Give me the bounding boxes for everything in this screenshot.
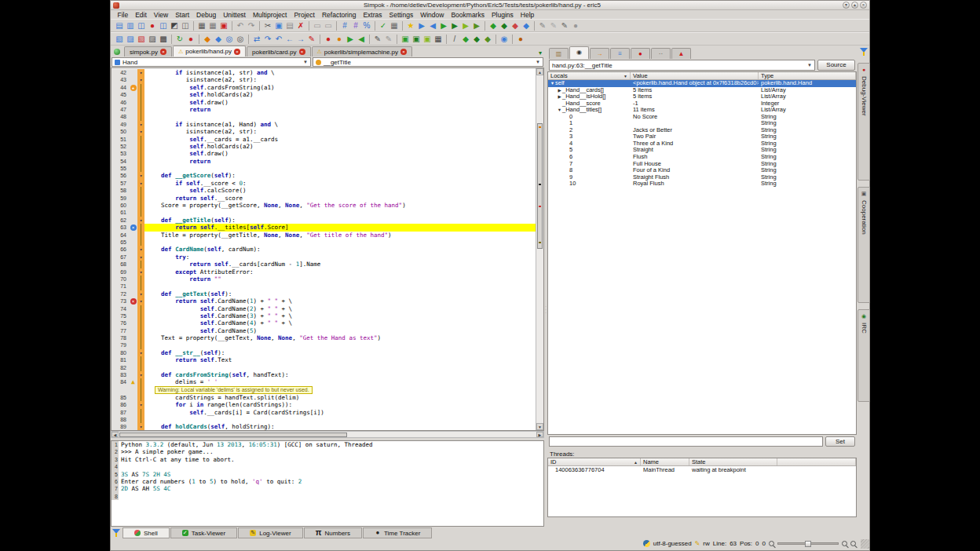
close-button[interactable]: × — [860, 2, 867, 9]
toolbar-edit-3-button[interactable]: ✎ — [559, 20, 570, 31]
code-line[interactable]: 80▾ def __str__(self): — [112, 349, 536, 356]
toolbar-bookmark-toggle-button[interactable]: ★ — [405, 20, 416, 31]
close-tab-icon[interactable]: × — [234, 49, 240, 55]
marker-margin[interactable]: ▲ — [129, 378, 137, 385]
code-line[interactable]: 51 self.__cards = a1.__cards — [112, 136, 536, 143]
code-line[interactable]: 84▲ delims = ' ' — [112, 378, 536, 385]
filter-funnel-icon[interactable] — [860, 47, 868, 57]
globals-viewer-tab[interactable]: → — [590, 48, 609, 59]
toolbar-delete-button[interactable]: ✗ — [295, 20, 306, 31]
menu-window[interactable]: Window — [417, 11, 448, 19]
column-header-name[interactable]: Name — [641, 458, 689, 465]
tab-pokerlib-card-py[interactable]: pokerlib/card.py× — [247, 46, 310, 57]
code-line[interactable]: 62▾ def __getTitle(self): — [112, 217, 536, 224]
code-line[interactable]: 60 Score = property(__getScore, None, No… — [112, 202, 536, 209]
menu-settings[interactable]: Settings — [386, 11, 417, 19]
locals-row[interactable]: 6FlushString — [548, 154, 856, 161]
marker-margin[interactable] — [129, 76, 137, 83]
marker-margin[interactable] — [129, 319, 137, 327]
fold-margin[interactable] — [137, 84, 144, 91]
fold-margin[interactable] — [137, 312, 144, 319]
code-line[interactable]: 50▾ isinstance(a2, str): — [112, 128, 536, 135]
marker-margin[interactable] — [129, 312, 137, 319]
set-button[interactable]: Set — [825, 436, 855, 447]
fold-margin[interactable]: ▾ — [137, 423, 144, 430]
marker-margin[interactable] — [129, 69, 137, 76]
code-line[interactable]: 63× return self.__titles[self.Score] — [112, 224, 536, 231]
code-line[interactable]: 56▾ def __getScore(self): — [112, 172, 536, 179]
toolbar-tools-3-button[interactable]: ▣ — [422, 34, 433, 45]
fold-margin[interactable] — [137, 158, 144, 165]
menu-plugins[interactable]: Plugins — [488, 11, 517, 19]
toolbar-bug-report-button[interactable]: ◆ — [460, 34, 471, 45]
toolbar-spell-button[interactable]: ▭ — [312, 20, 323, 31]
maximize-button[interactable]: ▴ — [851, 2, 858, 9]
toolbar-redo-button[interactable]: ↷ — [246, 20, 257, 31]
member-selector[interactable]: __getTitle ▼ — [313, 57, 543, 67]
code-line[interactable]: 81 return self.Text — [112, 356, 536, 363]
tab-list-button[interactable]: ▾ — [539, 49, 542, 57]
code-line[interactable]: 71 — [112, 283, 536, 290]
toolbar-run-to-line-button[interactable]: ✎ — [306, 34, 317, 45]
toolbar-run-project-button[interactable]: ▶ — [449, 20, 460, 31]
fold-margin[interactable] — [137, 378, 144, 385]
close-tab-icon[interactable]: × — [299, 49, 305, 55]
code-line[interactable]: 43▾ isinstance(a2, str): — [112, 76, 536, 83]
code-line[interactable]: 88 — [112, 416, 536, 423]
scrollbar-thumb[interactable] — [119, 432, 347, 437]
locals-row[interactable]: 4Three of a KindString — [548, 140, 856, 148]
shell-line[interactable]: 6Enter card numbers (1 to 5) to hold, 'q… — [112, 478, 543, 485]
shell-pane[interactable]: 1Python 3.3.2 (default, Jun 13 2013, 16:… — [111, 440, 544, 527]
fold-margin[interactable] — [137, 327, 144, 334]
bottom-tab-task-viewer[interactable]: ✓Task-Viewer — [170, 527, 237, 538]
fold-margin[interactable] — [137, 394, 144, 401]
side-tab-irc[interactable]: ◉IRC — [858, 309, 870, 402]
locals-row[interactable]: 7Full HouseString — [548, 161, 856, 168]
locals-row[interactable]: ▶_Hand__isHold[]5 itemsList/Array — [548, 93, 856, 100]
marker-margin[interactable] — [129, 106, 137, 113]
code-line[interactable]: 47 return — [112, 106, 536, 113]
fold-margin[interactable] — [137, 202, 144, 209]
locals-row[interactable]: ▶_Hand__cards[]5 itemsList/Array — [548, 87, 856, 94]
code-line[interactable]: 70 return "" — [112, 276, 536, 283]
code-line[interactable]: 59 return self.__score — [112, 195, 536, 202]
marker-margin[interactable] — [129, 261, 137, 268]
scroll-down-arrow[interactable]: ▼ — [536, 423, 543, 430]
toolbar-save-button[interactable]: ◫ — [136, 20, 147, 31]
bottom-tab-numbers[interactable]: πNumbers — [304, 527, 362, 538]
menu-view[interactable]: View — [150, 11, 171, 19]
bottom-tab-log-viewer[interactable]: ✎Log-Viewer — [238, 527, 302, 538]
titlebar[interactable]: Simpok - /home/detlev/Development/Python… — [111, 1, 869, 10]
toolbar-step-out-button[interactable]: ← — [284, 34, 295, 45]
toolbar-run-to-cursor-button[interactable]: → — [295, 34, 306, 45]
toolbar-refresh-button[interactable]: ↻ — [174, 34, 185, 45]
code-line[interactable]: 66▾ def CardName(self, cardNum): — [112, 246, 536, 253]
marker-margin[interactable] — [129, 423, 137, 430]
fold-margin[interactable] — [137, 261, 144, 268]
code-line[interactable]: 75 self.CardName(3) + " " + \ — [112, 312, 536, 319]
code-line[interactable]: 77 self.CardName(5) — [112, 327, 536, 334]
marker-margin[interactable] — [129, 217, 137, 224]
code-line[interactable]: 67▾ try: — [112, 254, 536, 261]
column-header-type[interactable]: Type — [759, 72, 856, 79]
shell-line[interactable]: 3Hit Ctrl-C at any time to abort. — [112, 456, 543, 463]
code-line[interactable]: 53 self.draw() — [112, 150, 536, 157]
marker-margin[interactable]: × — [129, 224, 137, 231]
toolbar-save-copy-button[interactable]: ◩ — [169, 20, 180, 31]
stack-frame-selector[interactable]: hand.py:63:__getTitle ▼ — [549, 60, 815, 71]
fold-margin[interactable] — [137, 232, 144, 239]
class-selector[interactable]: Hand ▼ — [112, 57, 311, 67]
code-line[interactable]: 76 self.CardName(4) + " " + \ — [112, 319, 536, 327]
watchpoints-tab[interactable]: ·· — [651, 48, 671, 59]
toolbar-close-button[interactable]: ● — [147, 20, 158, 31]
locals-row[interactable]: 0No ScoreString — [548, 114, 856, 121]
code-line[interactable]: 73×▾ return self.CardName(1) + " " + \ — [112, 297, 536, 305]
toolbar-window-layout-button[interactable]: ▦ — [389, 20, 400, 31]
toolbar-search-button[interactable]: ◎ — [224, 34, 235, 45]
fold-margin[interactable]: ▾ — [137, 254, 144, 261]
fold-margin[interactable]: ▾ — [137, 401, 144, 408]
fold-margin[interactable]: ▾ — [137, 217, 144, 224]
marker-margin[interactable] — [129, 202, 137, 209]
marker-margin[interactable] — [129, 276, 137, 283]
filter-funnel-icon[interactable] — [112, 528, 121, 538]
